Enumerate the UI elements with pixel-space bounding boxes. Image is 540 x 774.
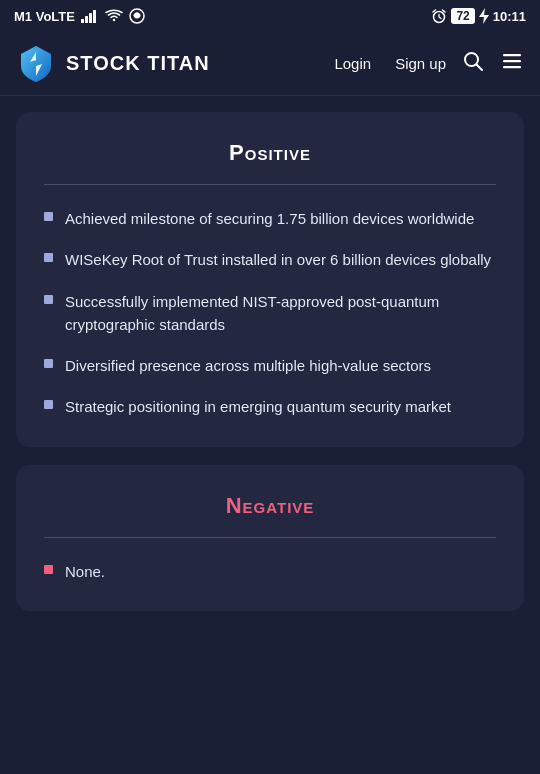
- bullet-icon: [44, 295, 53, 304]
- positive-title: Positive: [44, 140, 496, 166]
- signal-icon: [81, 9, 99, 23]
- negative-divider: [44, 537, 496, 538]
- wifi-icon: [105, 9, 123, 23]
- nav-links: Login Sign up: [334, 55, 446, 72]
- status-bar: M1 VoLTE 72: [0, 0, 540, 32]
- bullet-icon: [44, 565, 53, 574]
- logo-text: STOCK TITAN: [66, 52, 210, 75]
- status-left: M1 VoLTE: [14, 8, 145, 24]
- list-item: None.: [44, 560, 496, 583]
- svg-rect-3: [93, 10, 96, 23]
- list-item-text: Strategic positioning in emerging quantu…: [65, 395, 451, 418]
- svg-rect-10: [503, 66, 521, 68]
- negative-title: Negative: [44, 493, 496, 519]
- svg-rect-2: [89, 13, 92, 23]
- time-label: 10:11: [493, 9, 526, 24]
- battery-level: 72: [451, 8, 474, 24]
- list-item: Achieved milestone of securing 1.75 bill…: [44, 207, 496, 230]
- menu-button[interactable]: [500, 49, 524, 78]
- list-item: WISeKey Root of Trust installed in over …: [44, 248, 496, 271]
- list-item-text: Successfully implemented NIST-approved p…: [65, 290, 496, 337]
- logo-area: STOCK TITAN: [16, 44, 334, 84]
- search-button[interactable]: [462, 50, 484, 77]
- carrier-label: M1 VoLTE: [14, 9, 75, 24]
- search-icon: [462, 50, 484, 72]
- nav-icons: [462, 49, 524, 78]
- list-item: Successfully implemented NIST-approved p…: [44, 290, 496, 337]
- list-item-text: Diversified presence across multiple hig…: [65, 354, 431, 377]
- negative-card: Negative None.: [16, 465, 524, 611]
- login-link[interactable]: Login: [334, 55, 371, 72]
- list-item: Diversified presence across multiple hig…: [44, 354, 496, 377]
- list-item-text: Achieved milestone of securing 1.75 bill…: [65, 207, 474, 230]
- negative-list: None.: [44, 560, 496, 583]
- bullet-icon: [44, 400, 53, 409]
- bullet-icon: [44, 253, 53, 262]
- list-item: Strategic positioning in emerging quantu…: [44, 395, 496, 418]
- list-item-text: None.: [65, 560, 105, 583]
- charging-icon: [479, 8, 489, 24]
- alarm-icon: [431, 8, 447, 24]
- bullet-icon: [44, 212, 53, 221]
- hamburger-icon: [500, 49, 524, 73]
- bullet-icon: [44, 359, 53, 368]
- positive-divider: [44, 184, 496, 185]
- list-item-text: WISeKey Root of Trust installed in over …: [65, 248, 491, 271]
- svg-line-7: [477, 65, 483, 71]
- logo-icon: [16, 44, 56, 84]
- positive-list: Achieved milestone of securing 1.75 bill…: [44, 207, 496, 419]
- positive-card: Positive Achieved milestone of securing …: [16, 112, 524, 447]
- navbar: STOCK TITAN Login Sign up: [0, 32, 540, 96]
- content: Positive Achieved milestone of securing …: [0, 96, 540, 645]
- signup-link[interactable]: Sign up: [395, 55, 446, 72]
- chat-icon: [129, 8, 145, 24]
- svg-rect-0: [81, 19, 84, 23]
- svg-rect-1: [85, 16, 88, 23]
- status-right: 72 10:11: [431, 8, 526, 24]
- svg-rect-8: [503, 54, 521, 56]
- svg-rect-9: [503, 60, 521, 62]
